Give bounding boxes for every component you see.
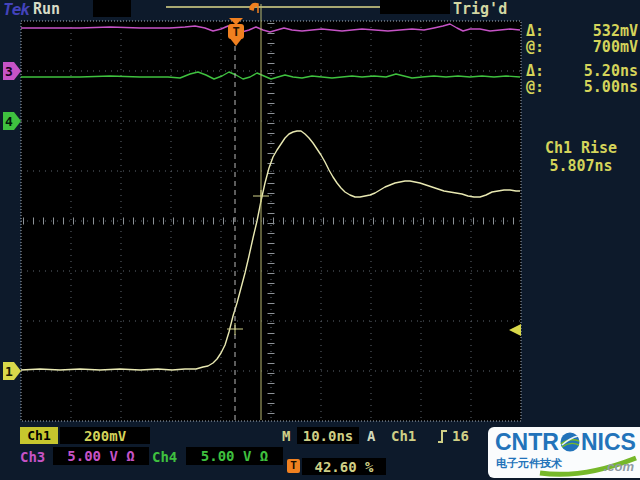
ch3-label[interactable]: Ch3 [20,449,45,465]
delta-symbol: Δ: [526,22,544,38]
ch3-scale-box: 5.00 V Ω [53,447,149,465]
trigger-position-box: 42.60 % [302,458,386,475]
logo-domain: .com [604,459,634,474]
ch1-scale-text: 200mV [84,428,126,444]
at-symbol: @: [526,38,544,54]
measurement-value: 5.807ns [522,157,640,175]
trigger-level-value: 16 [452,428,469,444]
delta-t-value: 5.20ns [584,62,638,78]
ch1-scale-badge[interactable]: Ch1 [20,427,58,444]
trigger-position-icon: T [287,459,300,473]
globe-icon [560,432,580,452]
brand-left: CNTR [495,431,559,453]
at-symbol-2: @: [526,78,544,94]
rising-edge-icon [436,428,450,444]
record-view-trigger-marker [250,4,258,13]
ch4-label[interactable]: Ch4 [152,449,177,465]
brand-name: CNTR NICS [495,431,636,453]
ch3-scale-text: 5.00 V Ω [67,448,134,464]
brand-right: NICS [581,431,636,453]
trigger-a-label: A [367,428,375,444]
channel-marker-ch3-digit: 3 [5,64,13,79]
cursor-delta-v: Δ: 532mV [526,22,638,38]
measurement-panel: Ch1 Rise 5.807ns [522,139,640,175]
cursor-delta-t: Δ: 5.20ns [526,62,638,78]
channel-marker-ch1[interactable]: 1 [3,362,21,380]
channel-marker-ch1-digit: 1 [5,364,13,379]
cntronics-watermark: CNTR NICS 电子元件技术 .com [488,427,640,478]
cursor-at-v: @: 700mV [526,38,638,54]
timebase-label: M [282,428,290,444]
trigger-badge-letter: T [232,25,239,39]
cursor-readout-panel: Δ: 532mV @: 700mV Δ: 5.20ns @: 5.00ns [526,22,638,94]
trigger-status: Trig'd [453,1,507,18]
ch4-scale-box: 5.00 V Ω [186,447,283,465]
channel-marker-ch4[interactable]: 4 [3,112,21,130]
tek-logo: Tek [3,1,29,18]
trigger-source-label: Ch1 [391,428,416,444]
logo-tagline: 电子元件技术 [496,456,562,471]
oscilloscope-screen: { "header": { "logo": "Tek", "acq_status… [0,0,640,480]
trigger-position-value: 42.60 % [314,459,373,475]
channel-marker-ch4-digit: 4 [5,114,13,129]
delta-v-value: 532mV [593,22,638,38]
measurement-source: Ch1 Rise [522,139,640,157]
acquisition-status: Run [33,1,60,18]
channel-marker-ch3[interactable]: 3 [3,62,21,80]
delta-symbol-2: Δ: [526,62,544,78]
timebase-value: 10.0ns [303,428,354,444]
timebase-value-box: 10.0ns [297,427,359,444]
at-t-value: 5.00ns [584,78,638,94]
cursor-at-t: @: 5.00ns [526,78,638,94]
ch4-scale-text: 5.00 V Ω [201,448,268,464]
ch1-scale-value: 200mV [60,427,150,444]
at-v-value: 700mV [593,38,638,54]
